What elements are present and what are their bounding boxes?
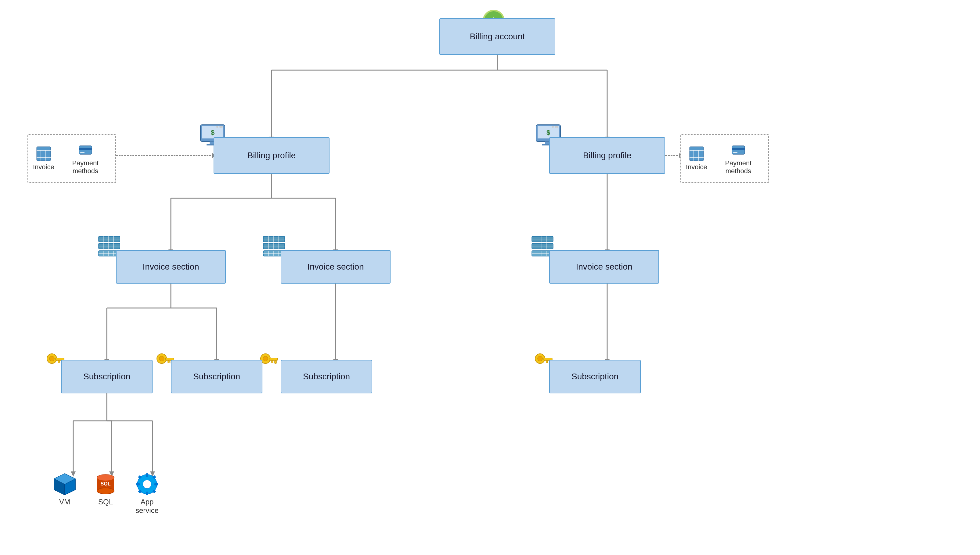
invoice-section-1-label: Invoice section (143, 262, 199, 272)
svg-rect-66 (689, 147, 704, 161)
invoice-section-3-label: Invoice section (576, 262, 632, 272)
invoice-label-right: Invoice (686, 163, 707, 171)
invoice-section-2-label: Invoice section (307, 262, 364, 272)
svg-text:$: $ (211, 129, 214, 136)
app-service-icon-container: Appservice (135, 472, 159, 515)
svg-rect-129 (168, 361, 169, 363)
svg-rect-152 (146, 492, 148, 495)
subscription-2-node: Subscription (171, 360, 262, 393)
svg-point-131 (263, 356, 268, 361)
billing-profile-right-node: Billing profile (549, 137, 665, 174)
subscription-2-label: Subscription (193, 372, 240, 382)
invoice-section-3-node: Invoice section (549, 250, 659, 284)
svg-point-48 (221, 126, 223, 128)
dashed-box-left: Invoice Payment methods (27, 134, 116, 183)
svg-rect-64 (79, 148, 92, 150)
subscription-3-label: Subscription (303, 372, 350, 382)
svg-point-56 (556, 126, 558, 128)
svg-point-136 (538, 356, 543, 361)
app-service-label: Appservice (135, 498, 159, 515)
sql-label: SQL (98, 498, 113, 506)
svg-point-147 (97, 475, 114, 481)
billing-profile-right-label: Billing profile (583, 151, 631, 160)
svg-point-54 (552, 126, 554, 128)
billing-profile-left-label: Billing profile (247, 151, 296, 160)
payment-item-right: Payment methods (713, 142, 763, 175)
svg-rect-124 (58, 361, 59, 363)
vm-icon-container: VM (53, 472, 77, 506)
invoice-section-1-node: Invoice section (116, 250, 226, 284)
svg-text:$: $ (546, 129, 550, 136)
payment-label-left: Payment methods (60, 159, 111, 175)
invoice-label-left: Invoice (33, 163, 54, 171)
svg-rect-57 (37, 147, 51, 161)
sql-icon-container: SQL SQL (93, 472, 118, 506)
payment-label-right: Payment methods (713, 159, 763, 175)
subscription-4-node: Subscription (549, 360, 641, 393)
svg-rect-73 (732, 148, 745, 150)
svg-point-46 (216, 126, 218, 128)
svg-rect-154 (154, 483, 158, 486)
diagram-container: $ Billing account $ Billing profile (0, 0, 980, 555)
subscription-3-node: Subscription (281, 360, 372, 393)
billing-account-label: Billing account (470, 32, 525, 42)
svg-rect-132 (269, 358, 278, 361)
svg-rect-65 (80, 152, 85, 153)
subscription-4-label: Subscription (572, 372, 619, 382)
billing-profile-left-node: Billing profile (214, 137, 329, 174)
svg-rect-134 (272, 361, 273, 363)
subscription-1-label: Subscription (83, 372, 130, 382)
svg-rect-151 (146, 473, 148, 477)
payment-item-left: Payment methods (60, 142, 111, 175)
billing-account-node: Billing account (439, 18, 555, 55)
invoice-item-right: Invoice (686, 146, 707, 171)
invoice-section-2-node: Invoice section (281, 250, 390, 284)
svg-text:SQL: SQL (101, 481, 111, 486)
svg-point-146 (97, 488, 114, 494)
dashed-box-right: Invoice Payment methods (680, 134, 769, 183)
svg-point-150 (143, 480, 151, 489)
svg-rect-133 (275, 361, 276, 364)
svg-rect-139 (546, 361, 548, 363)
subscription-1-node: Subscription (61, 360, 153, 393)
svg-point-121 (50, 356, 54, 361)
svg-rect-153 (136, 483, 140, 486)
invoice-item-left: Invoice (33, 146, 54, 171)
vm-label: VM (59, 498, 70, 506)
svg-point-126 (159, 356, 164, 361)
svg-rect-74 (733, 152, 737, 153)
